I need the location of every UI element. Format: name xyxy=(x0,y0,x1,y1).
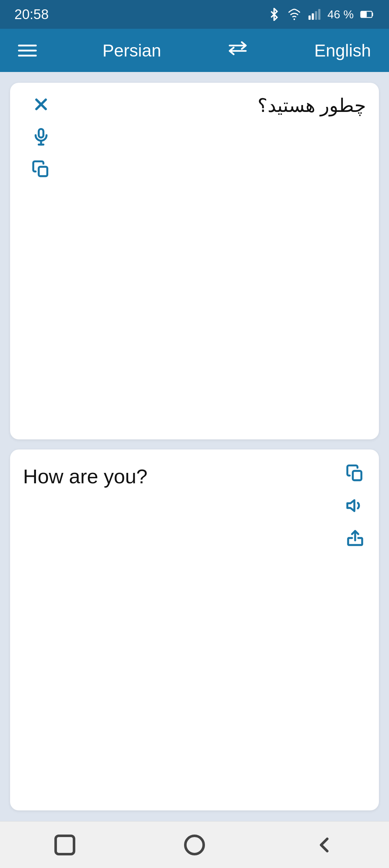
back-button[interactable] xyxy=(312,833,336,857)
input-card: چطور هستید؟ xyxy=(10,83,379,439)
main-content: چطور هستید؟ How are you? xyxy=(0,72,389,821)
status-bar: 20:58 46 % xyxy=(0,0,389,29)
nav-bar xyxy=(0,821,389,868)
menu-button[interactable] xyxy=(18,45,37,56)
translated-text: How are you? xyxy=(23,462,337,490)
svg-point-0 xyxy=(294,18,295,20)
toolbar: Persian English xyxy=(0,29,389,72)
svg-rect-9 xyxy=(39,129,44,137)
svg-rect-13 xyxy=(353,471,362,480)
speaker-icon xyxy=(346,496,365,515)
status-time: 20:58 xyxy=(14,7,49,22)
microphone-button[interactable] xyxy=(30,126,52,148)
bluetooth-icon xyxy=(268,8,281,21)
battery-icon xyxy=(360,8,375,21)
output-card-header: How are you? xyxy=(23,462,366,549)
output-card: How are you? xyxy=(10,449,379,810)
svg-rect-1 xyxy=(309,15,311,20)
home-icon xyxy=(182,833,207,857)
source-language-button[interactable]: Persian xyxy=(103,41,161,60)
input-card-header: چطور هستید؟ xyxy=(23,94,366,180)
close-icon xyxy=(32,95,50,114)
home-button[interactable] xyxy=(182,833,207,857)
copy-translation-button[interactable] xyxy=(344,462,366,484)
back-icon xyxy=(312,833,336,857)
svg-rect-12 xyxy=(39,167,48,176)
target-language-button[interactable]: English xyxy=(314,41,371,60)
output-actions xyxy=(344,462,366,549)
speak-button[interactable] xyxy=(344,495,366,516)
copy-source-button[interactable] xyxy=(30,158,52,180)
svg-rect-4 xyxy=(318,9,321,20)
copy-source-icon xyxy=(32,160,50,178)
swap-languages-button[interactable] xyxy=(227,39,249,62)
recent-apps-icon xyxy=(53,833,77,857)
copy-translation-icon xyxy=(346,464,365,483)
share-icon xyxy=(346,529,365,547)
share-button[interactable] xyxy=(344,527,366,549)
svg-rect-2 xyxy=(312,13,314,20)
status-icons: 46 % xyxy=(268,8,375,21)
battery-level: 46 % xyxy=(327,8,354,21)
mic-icon xyxy=(32,127,50,146)
recent-apps-button[interactable] xyxy=(53,833,77,857)
svg-rect-3 xyxy=(315,11,317,20)
svg-point-15 xyxy=(185,836,204,854)
clear-button[interactable] xyxy=(30,94,52,115)
svg-rect-14 xyxy=(56,836,74,854)
source-text[interactable]: چطور هستید؟ xyxy=(52,94,366,118)
wifi-icon xyxy=(287,8,301,21)
input-actions xyxy=(30,94,52,180)
signal-icon xyxy=(308,8,321,21)
